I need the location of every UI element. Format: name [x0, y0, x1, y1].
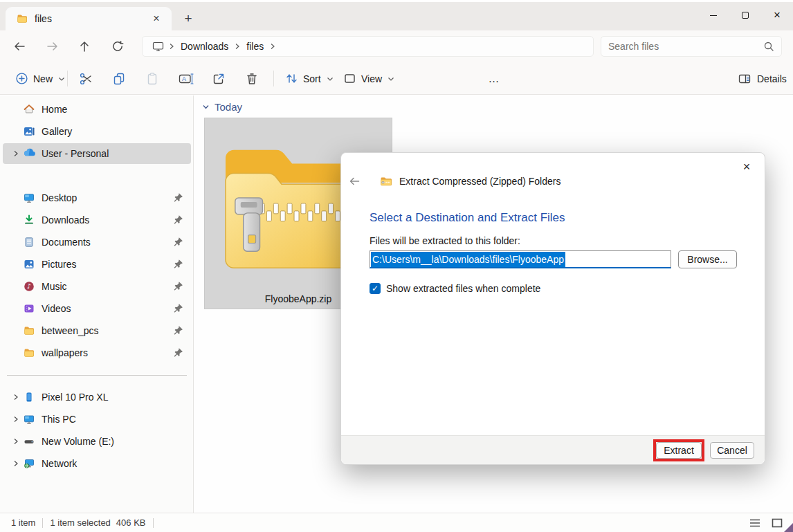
dialog-header: Extract Compressed (Zipped) Folders — [348, 175, 560, 187]
address-bar[interactable]: Downloads files — [142, 36, 594, 57]
copy-button[interactable] — [107, 66, 131, 91]
sidebar-label: between_pcs — [42, 325, 99, 336]
maximize-icon — [742, 12, 749, 19]
documents-icon — [24, 237, 35, 248]
maximize-button[interactable] — [729, 2, 761, 28]
details-label: Details — [757, 73, 787, 84]
view-toggle-group — [749, 517, 783, 529]
back-button[interactable] — [8, 35, 30, 57]
toolbar-divider — [67, 71, 68, 86]
sidebar-item-home[interactable]: Home — [3, 99, 191, 120]
up-arrow-icon — [78, 40, 91, 53]
tab-close-icon[interactable]: × — [148, 10, 165, 27]
browse-button[interactable]: Browse... — [678, 250, 737, 268]
pin-icon — [173, 281, 184, 292]
sidebar-item-pixel-10-pro-xl[interactable]: Pixel 10 Pro XL — [3, 387, 191, 407]
paste-button[interactable] — [140, 66, 165, 91]
sidebar-label: New Volume (E:) — [42, 436, 114, 447]
extract-dialog: × Extract Compressed (Zipped) Folders Se… — [340, 152, 765, 465]
explorer-tab-files[interactable]: files × — [6, 7, 172, 30]
chevron-right-icon — [233, 42, 242, 51]
sidebar-label: Pixel 10 Pro XL — [42, 392, 109, 403]
gallery-icon — [24, 126, 35, 137]
breadcrumb-files[interactable]: files — [242, 41, 268, 52]
sidebar-item-this-pc[interactable]: This PC — [3, 409, 191, 430]
chevron-right-icon[interactable] — [8, 149, 24, 158]
sort-button[interactable]: Sort — [280, 66, 340, 91]
destination-path-input[interactable]: C:\Users\m__la\Downloads\files\FlyoobeAp… — [370, 250, 671, 268]
sidebar-item-videos[interactable]: Videos — [3, 298, 191, 319]
extract-button[interactable]: Extract — [656, 442, 702, 459]
delete-button[interactable] — [239, 66, 264, 91]
details-pane-button[interactable]: Details — [732, 66, 792, 91]
sidebar-item-downloads[interactable]: Downloads — [3, 210, 191, 230]
sort-button-label: Sort — [303, 73, 321, 84]
pin-icon — [173, 347, 184, 358]
list-view-icon[interactable] — [749, 517, 761, 529]
new-tab-button[interactable]: + — [179, 9, 198, 28]
sidebar-item-wallpapers[interactable]: wallpapers — [3, 342, 191, 363]
checkbox-checked-icon[interactable]: ✓ — [370, 283, 381, 294]
toolbar-divider — [273, 71, 274, 86]
sidebar-item-new-volume-e[interactable]: New Volume (E:) — [3, 431, 191, 452]
see-more-button[interactable]: … — [484, 66, 504, 91]
breadcrumb-downloads[interactable]: Downloads — [176, 41, 233, 52]
cancel-button[interactable]: Cancel — [710, 442, 754, 459]
dialog-close-button[interactable]: × — [737, 157, 756, 176]
sidebar-item-music[interactable]: ♪ Music — [3, 276, 191, 297]
onedrive-cloud-icon — [24, 148, 35, 159]
up-button[interactable] — [73, 35, 95, 57]
sidebar-label: This PC — [42, 414, 76, 425]
new-button[interactable]: New — [10, 66, 71, 91]
desktop-corner — [784, 523, 793, 532]
chevron-right-icon[interactable] — [8, 393, 24, 401]
sidebar-label: Network — [42, 458, 77, 469]
sidebar-item-pictures[interactable]: Pictures — [3, 254, 191, 275]
window-controls: × — [698, 2, 793, 28]
selection-count: 1 item selected — [50, 517, 110, 528]
refresh-icon — [111, 40, 124, 53]
pin-icon — [173, 259, 184, 270]
sidebar-item-between-pcs[interactable]: between_pcs — [3, 320, 191, 341]
sidebar-item-documents[interactable]: Documents — [3, 232, 191, 253]
pin-icon — [173, 325, 184, 336]
chevron-right-icon[interactable] — [8, 437, 24, 446]
status-bar: 1 item 1 item selected 406 KB — [0, 513, 793, 532]
pin-icon — [173, 237, 184, 248]
tab-bar: files × + × — [0, 2, 793, 30]
refresh-button[interactable] — [107, 35, 129, 57]
sidebar-item-user-personal[interactable]: User - Personal — [3, 143, 191, 164]
chevron-right-icon[interactable] — [8, 415, 24, 423]
view-button-label: View — [361, 73, 382, 84]
network-icon — [24, 458, 35, 469]
chevron-down-icon — [387, 75, 395, 83]
chevron-down-icon — [326, 75, 334, 83]
search-box[interactable]: Search files — [601, 36, 782, 57]
downloads-icon — [24, 214, 35, 226]
drive-icon — [24, 436, 35, 447]
dialog-back-icon[interactable] — [348, 175, 361, 187]
pin-icon — [173, 192, 184, 203]
new-button-label: New — [33, 73, 53, 84]
trash-icon — [245, 72, 259, 86]
group-header-today[interactable]: Today — [201, 101, 242, 113]
checkbox-label: Show extracted files when complete — [386, 283, 540, 294]
command-toolbar: New A Sort — [0, 62, 793, 95]
minimize-button[interactable] — [698, 2, 729, 28]
rename-button[interactable]: A — [173, 66, 199, 91]
dialog-footer: Extract Cancel — [341, 435, 765, 464]
view-button[interactable]: View — [338, 66, 401, 91]
large-icons-view-icon[interactable] — [771, 517, 783, 529]
share-button[interactable] — [206, 66, 231, 91]
sidebar-item-gallery[interactable]: Gallery — [3, 121, 191, 142]
sidebar-item-network[interactable]: Network — [3, 453, 191, 474]
chevron-right-icon[interactable] — [8, 459, 24, 468]
close-icon: × — [774, 8, 781, 22]
forward-button[interactable] — [42, 35, 64, 57]
monitor-icon — [24, 414, 35, 425]
close-button[interactable]: × — [761, 2, 793, 28]
cut-button[interactable] — [73, 66, 98, 91]
navigation-bar: Downloads files Search files — [0, 30, 793, 62]
sidebar-item-desktop[interactable]: Desktop — [3, 187, 191, 208]
sidebar-label: User - Personal — [42, 148, 109, 159]
